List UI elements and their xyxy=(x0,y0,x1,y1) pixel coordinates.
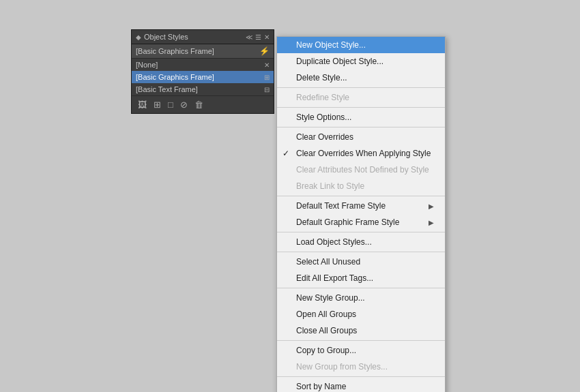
item-basic-graphics-label: [Basic Graphics Frame] xyxy=(136,73,214,81)
menu-item-select-all-unused[interactable]: Select All Unused xyxy=(277,254,445,270)
menu-item-load-object-styles[interactable]: Load Object Styles... xyxy=(277,234,445,250)
item-basic-graphics-icon: ⊞ xyxy=(264,74,270,81)
menu-item-open-all-groups[interactable]: Open All Groups xyxy=(277,306,445,322)
separator-3 xyxy=(277,127,445,127)
delete-button[interactable]: 🗑 xyxy=(192,99,205,110)
edit-all-export-tags-label: Edit All Export Tags... xyxy=(296,273,434,283)
default-text-frame-label: Default Text Frame Style xyxy=(296,201,423,211)
menu-item-clear-attributes: Clear Attributes Not Defined by Style xyxy=(277,162,445,178)
subheader-label: [Basic Graphics Frame] xyxy=(136,47,214,55)
menu-item-clear-overrides-applying[interactable]: ✓ Clear Overrides When Applying Style xyxy=(277,145,445,162)
menu-item-redefine-style: Redefine Style xyxy=(277,89,445,106)
item-basic-text-label: [Basic Text Frame] xyxy=(136,85,198,93)
context-menu: New Object Style... Duplicate Object Sty… xyxy=(276,36,446,392)
clear-overrides-label: Clear Overrides xyxy=(296,132,434,142)
separator-2 xyxy=(277,107,445,108)
menu-item-delete-style[interactable]: Delete Style... xyxy=(277,70,445,86)
style-options-label: Style Options... xyxy=(296,112,434,122)
object-styles-panel: ◆ Object Styles ≪ ☰ ✕ [Basic Graphics Fr… xyxy=(131,29,274,114)
panel-subheader: [Basic Graphics Frame] ⚡ xyxy=(132,44,274,59)
menu-item-copy-to-group[interactable]: Copy to Group... xyxy=(277,342,445,359)
menu-item-sort-by-name[interactable]: Sort by Name xyxy=(277,378,445,392)
new-group-button[interactable]: ⊞ xyxy=(151,99,163,110)
panel-title-area: ◆ Object Styles xyxy=(136,33,188,41)
menu-button[interactable]: ☰ xyxy=(255,33,261,41)
copy-to-group-label: Copy to Group... xyxy=(296,346,434,355)
new-object-style-label: New Object Style... xyxy=(296,40,434,50)
separator-7 xyxy=(277,288,445,288)
lightning-icon: ⚡ xyxy=(259,46,270,56)
open-all-groups-label: Open All Groups xyxy=(296,310,434,319)
item-none-label: [None] xyxy=(136,61,158,69)
clear-overrides-applying-label: Clear Overrides When Applying Style xyxy=(296,149,434,158)
redefine-style-label: Redefine Style xyxy=(296,93,434,102)
panel-item-none[interactable]: [None] ✕ xyxy=(132,59,274,71)
separator-5 xyxy=(277,232,445,232)
select-all-unused-label: Select All Unused xyxy=(296,257,434,267)
menu-item-edit-all-export-tags[interactable]: Edit All Export Tags... xyxy=(277,270,445,286)
separator-8 xyxy=(277,340,445,341)
menu-item-default-text-frame[interactable]: Default Text Frame Style ▶ xyxy=(277,198,445,214)
load-object-styles-label: Load Object Styles... xyxy=(296,237,434,247)
check-icon: ✓ xyxy=(282,149,289,158)
menu-item-default-graphic-frame[interactable]: Default Graphic Frame Style ▶ xyxy=(277,214,445,230)
collapse-button[interactable]: ≪ xyxy=(246,33,252,41)
panel-item-basic-text[interactable]: [Basic Text Frame] ⊟ xyxy=(132,83,274,95)
separator-1 xyxy=(277,87,445,88)
default-graphic-frame-label: Default Graphic Frame Style xyxy=(296,217,423,227)
separator-6 xyxy=(277,252,445,252)
arrow-icon-text: ▶ xyxy=(429,202,434,210)
panel-controls: ≪ ☰ ✕ xyxy=(246,33,270,41)
close-button[interactable]: ✕ xyxy=(264,33,270,41)
break-link-label: Break Link to Style xyxy=(296,181,434,191)
menu-item-new-style-group[interactable]: New Style Group... xyxy=(277,290,445,306)
close-all-groups-label: Close All Groups xyxy=(296,326,434,335)
panel-header: ◆ Object Styles ≪ ☰ ✕ xyxy=(132,30,274,44)
menu-item-break-link: Break Link to Style xyxy=(277,178,445,194)
menu-item-new-group-from-styles: New Group from Styles... xyxy=(277,359,445,375)
panel-title: Object Styles xyxy=(144,33,188,41)
sort-by-name-label: Sort by Name xyxy=(296,382,434,391)
menu-item-style-options[interactable]: Style Options... xyxy=(277,109,445,125)
item-none-icon: ✕ xyxy=(264,61,270,69)
menu-item-clear-overrides[interactable]: Clear Overrides xyxy=(277,129,445,145)
place-into-button[interactable]: 🖼 xyxy=(136,99,149,110)
item-basic-text-icon: ⊟ xyxy=(264,86,270,93)
menu-item-duplicate-style[interactable]: Duplicate Object Style... xyxy=(277,53,445,70)
menu-item-close-all-groups[interactable]: Close All Groups xyxy=(277,322,445,339)
new-style-button[interactable]: □ xyxy=(166,99,175,110)
new-group-from-styles-label: New Group from Styles... xyxy=(296,362,434,372)
duplicate-style-label: Duplicate Object Style... xyxy=(296,57,434,66)
delete-style-label: Delete Style... xyxy=(296,73,434,82)
panel-item-basic-graphics[interactable]: [Basic Graphics Frame] ⊞ xyxy=(132,71,274,83)
arrow-icon-graphic: ▶ xyxy=(429,219,434,226)
clear-attributes-label: Clear Attributes Not Defined by Style xyxy=(296,165,434,175)
menu-item-new-object-style[interactable]: New Object Style... xyxy=(277,37,445,53)
panel-footer: 🖼 ⊞ □ ⊘ 🗑 xyxy=(132,95,274,113)
clear-button[interactable]: ⊘ xyxy=(178,99,190,110)
panel-icon: ◆ xyxy=(136,33,141,41)
separator-4 xyxy=(277,196,445,196)
separator-9 xyxy=(277,376,445,377)
new-style-group-label: New Style Group... xyxy=(296,293,434,303)
